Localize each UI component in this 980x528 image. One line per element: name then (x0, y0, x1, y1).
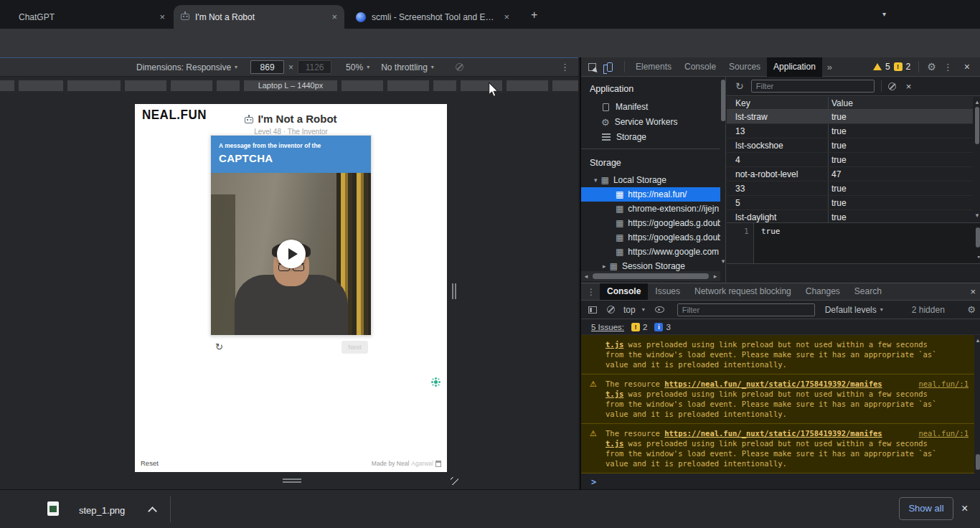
source-link[interactable]: neal.fun/:1 (918, 428, 969, 438)
tree-origin-extension[interactable]: ▦ chrome-extension://ijejn (581, 202, 720, 216)
issues-icon[interactable]: ! (894, 62, 903, 71)
chevron-collapsed-icon[interactable]: ▸ (603, 263, 606, 270)
tab-chatgpt[interactable]: ChatGPT × (11, 5, 172, 29)
table-row[interactable]: 5 true (727, 196, 973, 210)
scroll-down-icon[interactable]: ▾ (977, 253, 980, 260)
scrollbar-thumb[interactable] (975, 107, 979, 144)
width-input[interactable] (250, 60, 284, 74)
delete-selected-icon[interactable]: × (906, 81, 912, 92)
tab-search[interactable]: Search (847, 283, 889, 300)
sidebar-item-service-workers[interactable]: ⚙ Service Workers (581, 115, 720, 129)
height-input[interactable] (298, 60, 331, 74)
tree-origin-googleads-2[interactable]: ▦ https://googleads.g.doub (581, 230, 720, 245)
device-preset-ruler[interactable]: Laptop L – 1440px (0, 79, 578, 93)
tab-sources[interactable]: Sources (722, 57, 767, 76)
chevron-down-icon[interactable]: ▾ (882, 10, 886, 18)
throttling-select[interactable]: No throttling (381, 62, 428, 72)
credit-line[interactable]: Made by Neal Agarwal (372, 460, 441, 467)
tree-origin-googleads-1[interactable]: ▦ https://googleads.g.doub (581, 216, 720, 230)
download-filename[interactable]: step_1.png (79, 505, 125, 516)
column-value[interactable]: Value (831, 98, 853, 108)
scroll-left-icon[interactable]: ◂ (581, 273, 591, 280)
zoom-select[interactable]: 50% (346, 62, 363, 72)
sidebar-item-storage[interactable]: Storage (581, 130, 720, 144)
sidebar-item-manifest[interactable]: Manifest (581, 100, 720, 114)
tab-console-drawer[interactable]: Console (600, 283, 648, 300)
live-expression-eye-icon[interactable] (655, 306, 664, 313)
table-row[interactable]: 4 true (727, 153, 973, 167)
gear-icon[interactable]: ⚙ (927, 61, 936, 72)
tab-console[interactable]: Console (678, 57, 722, 76)
close-icon[interactable]: × (331, 11, 337, 22)
close-drawer-icon[interactable]: × (964, 286, 980, 297)
warning-link[interactable]: t.js (606, 340, 623, 349)
tab-im-not-a-robot[interactable]: I'm Not a Robot × (174, 5, 344, 29)
next-button[interactable]: Next (341, 341, 368, 354)
captcha-video[interactable] (211, 173, 371, 335)
console-sidebar-icon[interactable] (588, 306, 597, 314)
vertical-scrollbar[interactable]: ▴ (975, 336, 980, 473)
close-icon[interactable]: × (504, 11, 509, 22)
console-prompt[interactable]: > (581, 477, 596, 487)
warning-link[interactable]: t.js (606, 390, 623, 398)
scrollbar-thumb[interactable] (721, 80, 725, 121)
clear-console-icon[interactable] (607, 306, 615, 314)
table-row[interactable]: 33 true (727, 182, 973, 196)
source-link[interactable]: neal.fun/:1 (918, 379, 969, 389)
close-devtools-icon[interactable]: × (960, 61, 974, 72)
console-warning-message[interactable]: ⚠ The resource https://neal.fun/_nuxt/st… (581, 374, 974, 424)
console-filter-input[interactable] (677, 303, 815, 316)
drawer-menu-icon[interactable]: ⋮ (581, 287, 600, 297)
close-icon[interactable]: × (159, 11, 165, 22)
vertical-scrollbar[interactable]: ▾ (720, 77, 726, 271)
tab-elements[interactable]: Elements (629, 57, 678, 76)
console-settings-gear-icon[interactable]: ⚙ (967, 304, 976, 315)
warning-link[interactable]: t.js (606, 439, 623, 448)
tree-local-storage[interactable]: ▾ ▦ Local Storage (581, 173, 720, 187)
show-all-button[interactable]: Show all (899, 497, 953, 520)
warning-link[interactable]: https://neal.fun/_nuxt/static/1758419392… (664, 429, 882, 438)
tab-issues[interactable]: Issues (648, 283, 687, 300)
captcha-refresh-icon[interactable]: ↻ (215, 341, 223, 352)
table-row[interactable]: lst-straw true (727, 110, 973, 124)
table-row[interactable]: lst-sockshoe true (727, 138, 973, 153)
tree-origin-google[interactable]: ▦ https://www.google.com (581, 245, 720, 259)
tab-application[interactable]: Application (767, 57, 822, 77)
tree-origin-nealfun[interactable]: ▦ https://neal.fun/ (581, 187, 720, 202)
vertical-scrollbar[interactable]: ▴ ▾ (974, 97, 980, 222)
warning-link[interactable]: https://neal.fun/_nuxt/static/1758419392… (664, 380, 882, 388)
clear-storage-icon[interactable] (888, 82, 896, 90)
scroll-right-icon[interactable]: ▸ (710, 273, 720, 280)
issues-summary-bar[interactable]: 5 Issues: ! 2 i 3 (581, 319, 980, 335)
warning-triangle-icon[interactable] (873, 63, 882, 70)
scrollbar-thumb[interactable] (976, 454, 980, 470)
scroll-down-icon[interactable]: ▾ (974, 212, 980, 219)
tab-network-request-blocking[interactable]: Network request blocking (687, 283, 798, 300)
chevron-up-icon[interactable] (148, 506, 157, 516)
new-tab-button[interactable]: + (531, 9, 537, 22)
log-levels-select[interactable]: Default levels (825, 305, 877, 315)
viewport-resize-handle-bottom[interactable] (283, 478, 301, 483)
scrollbar-thumb[interactable] (976, 227, 980, 248)
dimensions-select[interactable]: Dimensions: Responsive (136, 62, 231, 72)
column-key[interactable]: Key (735, 98, 750, 108)
table-row[interactable]: 13 true (727, 124, 973, 138)
devtools-menu-icon[interactable]: ⋮ (940, 62, 956, 72)
console-warning-message[interactable]: ⚠ The resource https://neal.fun/_nuxt/st… (581, 424, 974, 473)
device-toolbar-menu-icon[interactable]: ⋮ (560, 62, 570, 72)
issues-link[interactable]: 5 Issues: (591, 323, 624, 331)
device-mode-icon[interactable] (607, 62, 613, 72)
inspect-element-icon[interactable] (588, 63, 596, 71)
scroll-down-icon[interactable]: ▾ (720, 258, 726, 265)
reset-button[interactable]: Reset (141, 459, 159, 467)
console-warning-message[interactable]: t.js was preloaded using link preload bu… (581, 335, 974, 374)
refresh-icon[interactable]: ↻ (735, 80, 744, 92)
scroll-up-icon[interactable]: ▴ (975, 336, 980, 344)
tab-changes[interactable]: Changes (798, 283, 847, 300)
viewport-resize-handle-corner[interactable] (451, 477, 458, 485)
play-button[interactable] (277, 240, 306, 268)
viewport-resize-handle-right[interactable] (452, 283, 456, 299)
more-tabs-icon[interactable]: » (822, 62, 837, 72)
chevron-expanded-icon[interactable]: ▾ (594, 176, 598, 184)
tab-scrnli[interactable]: scmli - Screenshot Tool and Edito × (349, 5, 517, 29)
